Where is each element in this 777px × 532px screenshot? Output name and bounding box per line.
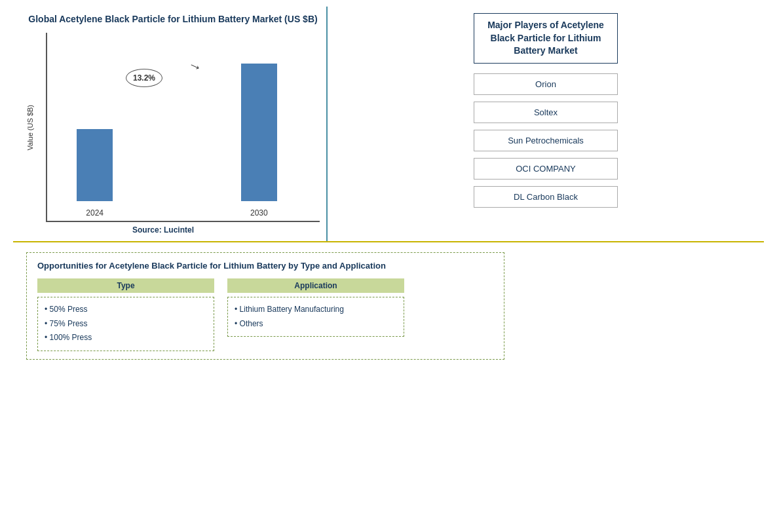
- bars-container: 2024 2030 13.2% →: [46, 33, 320, 222]
- player-item-dl: DL Carbon Black: [474, 186, 618, 208]
- bar-label-2024: 2024: [86, 208, 104, 218]
- opp-type-body: 50% Press 75% Press 100% Press: [37, 297, 214, 351]
- main-container: Global Acetylene Black Particle for Lith…: [0, 0, 777, 532]
- opp-type-column: Type 50% Press 75% Press 100% Press: [37, 278, 214, 351]
- opp-application-item-2: Others: [235, 317, 397, 332]
- cagr-bubble: 13.2%: [126, 69, 162, 87]
- opp-type-item-1: 50% Press: [45, 303, 207, 317]
- opp-type-item-3: 100% Press: [45, 331, 207, 345]
- opp-application-item-1: Lithium Battery Manufacturing: [235, 303, 397, 317]
- opp-application-column: Application Lithium Battery Manufacturin…: [227, 278, 404, 351]
- bottom-section: Opportunities for Acetylene Black Partic…: [13, 242, 764, 525]
- opportunities-title: Opportunities for Acetylene Black Partic…: [37, 261, 493, 271]
- player-item-soltex: Soltex: [474, 102, 618, 123]
- bar-group-2030: 2030: [218, 64, 300, 201]
- player-item-oci: OCI COMPANY: [474, 158, 618, 180]
- player-item-sun: Sun Petrochemicals: [474, 130, 618, 151]
- opp-columns: Type 50% Press 75% Press 100% Press Appl…: [37, 278, 493, 351]
- player-item-orion: Orion: [474, 73, 618, 95]
- bar-label-2030: 2030: [250, 208, 268, 218]
- opportunities-box: Opportunities for Acetylene Black Partic…: [26, 252, 504, 360]
- chart-title: Global Acetylene Black Particle for Lith…: [28, 13, 317, 26]
- cagr-arrow: →: [185, 55, 206, 77]
- opp-application-body: Lithium Battery Manufacturing Others: [227, 297, 404, 337]
- opp-type-item-2: 75% Press: [45, 317, 207, 332]
- opp-application-header: Application: [227, 278, 404, 293]
- chart-area: Global Acetylene Black Particle for Lith…: [13, 7, 328, 241]
- y-axis-label: Value (US $B): [26, 105, 34, 151]
- chart-wrapper: Value (US $B) 2024 2030: [26, 33, 320, 222]
- bar-group-2024: 2024: [54, 129, 136, 201]
- source-text: Source: Lucintel: [132, 225, 214, 235]
- bar-2030: [241, 64, 277, 201]
- chart-inner: 2024 2030 13.2% →: [39, 33, 320, 222]
- top-section: Global Acetylene Black Particle for Lith…: [13, 7, 764, 242]
- bar-2024: [77, 129, 113, 201]
- players-area: Major Players of Acetylene Black Particl…: [328, 7, 764, 241]
- opp-type-header: Type: [37, 278, 214, 293]
- players-title: Major Players of Acetylene Black Particl…: [474, 13, 618, 64]
